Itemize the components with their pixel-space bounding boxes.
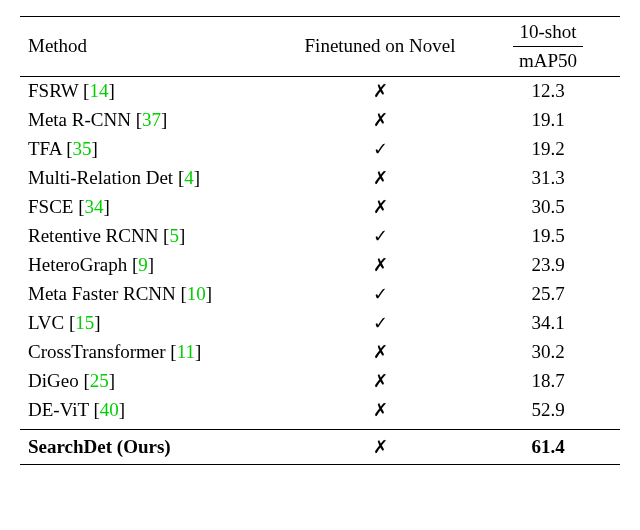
- finetuned-cell: ✗: [284, 430, 476, 465]
- cross-icon: ✗: [373, 81, 388, 101]
- cross-icon: ✗: [373, 168, 388, 188]
- table-row: FSRW [14]✗12.3: [20, 76, 620, 106]
- citation-link[interactable]: 34: [85, 196, 104, 217]
- cross-icon: ✗: [373, 342, 388, 362]
- citation-link[interactable]: 4: [184, 167, 194, 188]
- results-table: Method Finetuned on Novel 10-shot mAP50 …: [20, 16, 620, 465]
- method-cell: FSCE [34]: [20, 193, 284, 222]
- method-name: HeteroGraph: [28, 254, 127, 275]
- cross-icon: ✗: [373, 437, 388, 457]
- method-cell: Meta Faster RCNN [10]: [20, 280, 284, 309]
- method-name: FSRW: [28, 80, 78, 101]
- finetuned-cell: ✗: [284, 367, 476, 396]
- method-cell: TFA [35]: [20, 135, 284, 164]
- table-body: FSRW [14]✗12.3Meta R-CNN [37]✗19.1TFA [3…: [20, 76, 620, 465]
- method-cell: DiGeo [25]: [20, 367, 284, 396]
- table-row: DE-ViT [40]✗52.9: [20, 396, 620, 430]
- map50-cell: 19.1: [476, 106, 620, 135]
- map50-cell: 19.2: [476, 135, 620, 164]
- check-icon: ✓: [373, 284, 388, 304]
- table-row: DiGeo [25]✗18.7: [20, 367, 620, 396]
- method-name: Retentive RCNN: [28, 225, 158, 246]
- citation-link[interactable]: 37: [142, 109, 161, 130]
- method-name: LVC: [28, 312, 64, 333]
- map50-cell: 23.9: [476, 251, 620, 280]
- map50-cell: 34.1: [476, 309, 620, 338]
- finetuned-cell: ✓: [284, 280, 476, 309]
- finetuned-cell: ✗: [284, 193, 476, 222]
- cross-icon: ✗: [373, 371, 388, 391]
- finetuned-cell: ✗: [284, 396, 476, 430]
- cross-icon: ✗: [373, 110, 388, 130]
- map50-cell: 18.7: [476, 367, 620, 396]
- table-row: HeteroGraph [9]✗23.9: [20, 251, 620, 280]
- header-10shot: 10-shot: [476, 17, 620, 43]
- map50-cell: 30.2: [476, 338, 620, 367]
- method-name: CrossTransformer: [28, 341, 166, 362]
- finetuned-cell: ✓: [284, 222, 476, 251]
- table-row: Multi-Relation Det [4]✗31.3: [20, 164, 620, 193]
- finetuned-cell: ✓: [284, 309, 476, 338]
- method-name: Meta R-CNN: [28, 109, 131, 130]
- finetuned-cell: ✓: [284, 135, 476, 164]
- map50-cell: 19.5: [476, 222, 620, 251]
- table-row: Retentive RCNN [5]✓19.5: [20, 222, 620, 251]
- map50-cell: 52.9: [476, 396, 620, 430]
- method-name: Multi-Relation Det: [28, 167, 173, 188]
- table-row: LVC [15]✓34.1: [20, 309, 620, 338]
- citation-link[interactable]: 11: [177, 341, 195, 362]
- method-name: DE-ViT: [28, 399, 89, 420]
- finetuned-cell: ✗: [284, 106, 476, 135]
- table-row: CrossTransformer [11]✗30.2: [20, 338, 620, 367]
- header-method: Method: [20, 17, 284, 77]
- method-cell: HeteroGraph [9]: [20, 251, 284, 280]
- method-cell: SearchDet (Ours): [20, 430, 284, 465]
- check-icon: ✓: [373, 313, 388, 333]
- method-name: Meta Faster RCNN: [28, 283, 176, 304]
- header-map50: mAP50: [476, 43, 620, 77]
- table-row: FSCE [34]✗30.5: [20, 193, 620, 222]
- method-cell: LVC [15]: [20, 309, 284, 338]
- citation-link[interactable]: 10: [187, 283, 206, 304]
- cross-icon: ✗: [373, 400, 388, 420]
- table-row: Meta Faster RCNN [10]✓25.7: [20, 280, 620, 309]
- table-row: TFA [35]✓19.2: [20, 135, 620, 164]
- finetuned-cell: ✗: [284, 338, 476, 367]
- citation-link[interactable]: 9: [138, 254, 148, 275]
- citation-link[interactable]: 14: [89, 80, 108, 101]
- cross-icon: ✗: [373, 255, 388, 275]
- citation-link[interactable]: 25: [90, 370, 109, 391]
- citation-link[interactable]: 15: [75, 312, 94, 333]
- cross-icon: ✗: [373, 197, 388, 217]
- method-name: TFA: [28, 138, 61, 159]
- method-cell: Meta R-CNN [37]: [20, 106, 284, 135]
- method-name: FSCE: [28, 196, 73, 217]
- map50-cell: 61.4: [476, 430, 620, 465]
- method-cell: FSRW [14]: [20, 76, 284, 106]
- method-cell: CrossTransformer [11]: [20, 338, 284, 367]
- table-row: Meta R-CNN [37]✗19.1: [20, 106, 620, 135]
- method-cell: Multi-Relation Det [4]: [20, 164, 284, 193]
- method-cell: Retentive RCNN [5]: [20, 222, 284, 251]
- check-icon: ✓: [373, 139, 388, 159]
- check-icon: ✓: [373, 226, 388, 246]
- header-finetuned: Finetuned on Novel: [284, 17, 476, 77]
- citation-link[interactable]: 40: [100, 399, 119, 420]
- map50-cell: 25.7: [476, 280, 620, 309]
- map50-cell: 31.3: [476, 164, 620, 193]
- finetuned-cell: ✗: [284, 76, 476, 106]
- map50-cell: 12.3: [476, 76, 620, 106]
- finetuned-cell: ✗: [284, 251, 476, 280]
- map50-cell: 30.5: [476, 193, 620, 222]
- finetuned-cell: ✗: [284, 164, 476, 193]
- method-name: DiGeo: [28, 370, 79, 391]
- method-cell: DE-ViT [40]: [20, 396, 284, 430]
- citation-link[interactable]: 5: [169, 225, 179, 246]
- citation-link[interactable]: 35: [73, 138, 92, 159]
- table-row-ours: SearchDet (Ours)✗61.4: [20, 430, 620, 465]
